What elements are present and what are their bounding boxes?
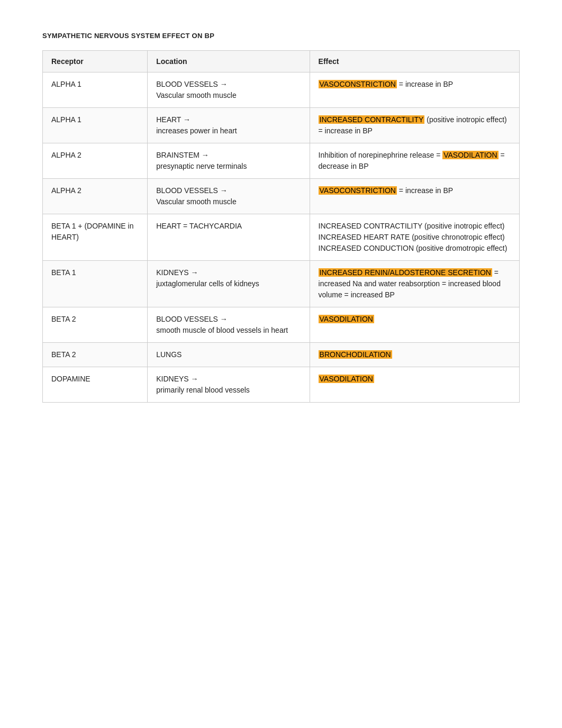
table-row: ALPHA 1HEART →increases power in heartIN… bbox=[43, 108, 520, 143]
cell-effect: Inhibition of norepinephrine release = V… bbox=[310, 143, 519, 179]
cell-receptor: ALPHA 1 bbox=[43, 108, 148, 143]
cell-receptor: BETA 2 bbox=[43, 343, 148, 367]
cell-location: HEART = TACHYCARDIA bbox=[148, 214, 310, 261]
header-effect: Effect bbox=[310, 51, 519, 72]
cell-location: KIDNEYS →juxtaglomerular cells of kidney… bbox=[148, 261, 310, 307]
cell-effect: BRONCHODILATION bbox=[310, 343, 519, 367]
table-row: DOPAMINEKIDNEYS →primarily renal blood v… bbox=[43, 367, 520, 403]
cell-receptor: ALPHA 2 bbox=[43, 179, 148, 214]
cell-receptor: BETA 1 + (DOPAMINE in HEART) bbox=[43, 214, 148, 261]
main-table: Receptor Location Effect ALPHA 1BLOOD VE… bbox=[42, 50, 520, 403]
cell-receptor: BETA 2 bbox=[43, 307, 148, 343]
page-title: SYMPATHETIC NERVOUS SYSTEM EFFECT ON BP bbox=[42, 32, 520, 40]
table-row: BETA 2BLOOD VESSELS →smooth muscle of bl… bbox=[43, 307, 520, 343]
cell-location: BLOOD VESSELS →Vascular smooth muscle bbox=[148, 72, 310, 108]
cell-location: KIDNEYS →primarily renal blood vessels bbox=[148, 367, 310, 403]
table-row: ALPHA 2BLOOD VESSELS →Vascular smooth mu… bbox=[43, 179, 520, 214]
cell-receptor: BETA 1 bbox=[43, 261, 148, 307]
table-row: ALPHA 1BLOOD VESSELS →Vascular smooth mu… bbox=[43, 72, 520, 108]
header-location: Location bbox=[148, 51, 310, 72]
cell-location: HEART →increases power in heart bbox=[148, 108, 310, 143]
cell-effect: INCREASED RENIN/ALDOSTERONE SECRETION = … bbox=[310, 261, 519, 307]
cell-receptor: DOPAMINE bbox=[43, 367, 148, 403]
cell-receptor: ALPHA 2 bbox=[43, 143, 148, 179]
cell-effect: VASODILATION bbox=[310, 367, 519, 403]
cell-effect: INCREASED CONTRACTILITY (positive inotro… bbox=[310, 214, 519, 261]
cell-effect: VASODILATION bbox=[310, 307, 519, 343]
header-receptor: Receptor bbox=[43, 51, 148, 72]
cell-effect: VASOCONSTRICTION = increase in BP bbox=[310, 72, 519, 108]
cell-location: BLOOD VESSELS →smooth muscle of blood ve… bbox=[148, 307, 310, 343]
table-row: BETA 1KIDNEYS →juxtaglomerular cells of … bbox=[43, 261, 520, 307]
cell-receptor: ALPHA 1 bbox=[43, 72, 148, 108]
cell-effect: INCREASED CONTRACTILITY (positive inotro… bbox=[310, 108, 519, 143]
cell-location: LUNGS bbox=[148, 343, 310, 367]
table-row: ALPHA 2BRAINSTEM →presynaptic nerve term… bbox=[43, 143, 520, 179]
cell-effect: VASOCONSTRICTION = increase in BP bbox=[310, 179, 519, 214]
table-row: BETA 2LUNGSBRONCHODILATION bbox=[43, 343, 520, 367]
cell-location: BRAINSTEM →presynaptic nerve terminals bbox=[148, 143, 310, 179]
cell-location: BLOOD VESSELS →Vascular smooth muscle bbox=[148, 179, 310, 214]
table-row: BETA 1 + (DOPAMINE in HEART)HEART = TACH… bbox=[43, 214, 520, 261]
